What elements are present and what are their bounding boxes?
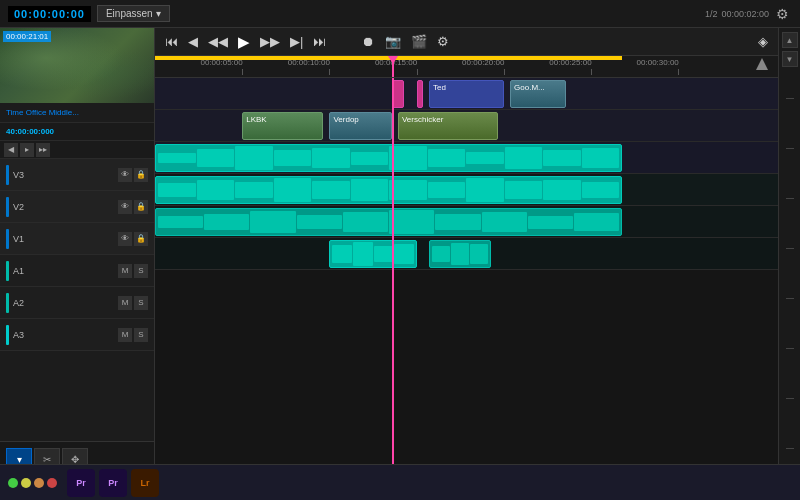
v-ruler bbox=[786, 70, 794, 477]
timeline-ruler: 00:00:05:00 00:00:10:00 00:00:15:00 00:0… bbox=[155, 56, 778, 78]
marker-btn[interactable]: ◈ bbox=[756, 34, 770, 49]
camera-btn[interactable]: 📷 bbox=[383, 34, 403, 49]
a1-waveform bbox=[156, 177, 621, 203]
a2-solo-btn[interactable]: S bbox=[134, 296, 148, 310]
record-btn[interactable]: ⏺ bbox=[360, 34, 377, 49]
track-header-v3: V3 👁 🔒 bbox=[0, 159, 154, 191]
right-panel: ▲ ▼ ≡ bbox=[778, 28, 800, 500]
preview-thumbnail: 00:00:21:01 bbox=[0, 28, 154, 103]
step-back-btn[interactable]: ◀ bbox=[186, 34, 200, 49]
track-controls-v1: 👁 🔒 bbox=[118, 232, 148, 246]
v1-waveform bbox=[156, 145, 621, 171]
dot-red[interactable] bbox=[47, 478, 57, 488]
media-btn[interactable]: 🎬 bbox=[409, 34, 429, 49]
fraction-display: 1/2 bbox=[705, 9, 718, 19]
clip-pink-2[interactable] bbox=[417, 80, 423, 108]
clip-a3-2[interactable] bbox=[429, 240, 491, 268]
v2-lock-btn[interactable]: 🔒 bbox=[134, 200, 148, 214]
clip-pink-1[interactable] bbox=[392, 80, 404, 108]
track-tool-2[interactable]: ▸ bbox=[20, 143, 34, 157]
ruler-mark-15s: 00:00:15:00 bbox=[417, 69, 418, 75]
dot-orange[interactable] bbox=[34, 478, 44, 488]
clip-verdop[interactable]: Verdop bbox=[329, 112, 391, 140]
top-controls: 1/2 00:00:02:00 ⚙ bbox=[705, 6, 792, 22]
wrench-icon[interactable]: ⚙ bbox=[773, 6, 792, 22]
a1-solo-btn[interactable]: S bbox=[134, 264, 148, 278]
r-btn-1[interactable]: ▲ bbox=[782, 32, 798, 48]
out-point-marker bbox=[756, 58, 768, 70]
preview-timecode: 00:00:21:01 bbox=[3, 31, 51, 42]
clip-a3-1[interactable] bbox=[329, 240, 416, 268]
taskbar: Pr Pr Lr bbox=[0, 464, 800, 500]
left-panel: 00:00:21:01 Time Office Middle... 40:00:… bbox=[0, 28, 155, 500]
ruler-mark-5s: 00:00:05:00 bbox=[242, 69, 243, 75]
ruler-mark-10s: 00:00:10:00 bbox=[329, 69, 330, 75]
track-color-a1 bbox=[6, 261, 9, 281]
clip-lkbk[interactable]: LKBK bbox=[242, 112, 323, 140]
go-to-start-btn[interactable]: ⏮ bbox=[163, 34, 180, 49]
track-row-a3[interactable] bbox=[155, 238, 778, 270]
taskbar-pr-2[interactable]: Pr bbox=[99, 469, 127, 497]
timecode-display: 00:00:00:00 bbox=[8, 6, 91, 22]
r-btn-2[interactable]: ▼ bbox=[782, 51, 798, 67]
v3-lock-btn[interactable]: 🔒 bbox=[134, 168, 148, 182]
track-row-v1[interactable] bbox=[155, 142, 778, 174]
track-row-a1[interactable] bbox=[155, 174, 778, 206]
screen: 00:00:00:00 Einpassen ▾ 1/2 00:00:02:00 … bbox=[0, 0, 800, 500]
dot-yellow[interactable] bbox=[21, 478, 31, 488]
sequence-label: Time Office Middle... bbox=[0, 103, 154, 123]
a3-mute-btn[interactable]: M bbox=[118, 328, 132, 342]
a3-waveform-1 bbox=[330, 241, 415, 267]
a3-solo-btn[interactable]: S bbox=[134, 328, 148, 342]
clip-a1-main[interactable] bbox=[155, 176, 622, 204]
playback-controls: ⏮ ◀ ◀◀ ▶ ▶▶ ▶| ⏭ ⏺ 📷 🎬 ⚙ ◈ bbox=[155, 28, 778, 56]
track-header-v1: V1 👁 🔒 bbox=[0, 223, 154, 255]
ruler-mark-25s: 00:00:25:00 bbox=[591, 69, 592, 75]
clip-v1-main[interactable] bbox=[155, 144, 622, 172]
track-tool-3[interactable]: ▸▸ bbox=[36, 143, 50, 157]
v3-eye-btn[interactable]: 👁 bbox=[118, 168, 132, 182]
a3-waveform-2 bbox=[430, 241, 490, 267]
right-controls: ◈ bbox=[756, 34, 770, 49]
a1-mute-btn[interactable]: M bbox=[118, 264, 132, 278]
track-controls-a1: M S bbox=[118, 264, 148, 278]
track-header-a3: A3 M S bbox=[0, 319, 154, 351]
track-color-a2 bbox=[6, 293, 9, 313]
clip-verschicker[interactable]: Verschicker bbox=[398, 112, 498, 140]
playhead-ruler[interactable] bbox=[392, 56, 394, 77]
v2-eye-btn[interactable]: 👁 bbox=[118, 200, 132, 214]
v1-eye-btn[interactable]: 👁 bbox=[118, 232, 132, 246]
track-controls-v2: 👁 🔒 bbox=[118, 200, 148, 214]
fit-mode-dropdown[interactable]: Einpassen ▾ bbox=[97, 5, 170, 22]
tracks-container: Ted Goo.M... LKBK Verdop bbox=[155, 78, 778, 488]
a2-mute-btn[interactable]: M bbox=[118, 296, 132, 310]
ruler-mark-30s: 00:00:30:00 bbox=[678, 69, 679, 75]
clip-ted[interactable]: Ted bbox=[429, 80, 504, 108]
dot-green[interactable] bbox=[8, 478, 18, 488]
clip-a2-main[interactable] bbox=[155, 208, 622, 236]
track-tool-1[interactable]: ◀ bbox=[4, 143, 18, 157]
ruler-mark-20s: 00:00:20:00 bbox=[504, 69, 505, 75]
track-tool-row: ◀ ▸ ▸▸ bbox=[0, 141, 154, 159]
track-header-v2: V2 👁 🔒 bbox=[0, 191, 154, 223]
settings-btn[interactable]: ⚙ bbox=[435, 34, 451, 49]
go-to-end-btn[interactable]: ⏭ bbox=[311, 34, 328, 49]
taskbar-lr[interactable]: Lr bbox=[131, 469, 159, 497]
total-timecode: 00:00:02:00 bbox=[721, 9, 769, 19]
play-btn[interactable]: ▶ bbox=[236, 33, 252, 51]
track-row-a2[interactable] bbox=[155, 206, 778, 238]
top-bar: 00:00:00:00 Einpassen ▾ 1/2 00:00:02:00 … bbox=[0, 0, 800, 28]
track-row-v3[interactable]: Ted Goo.M... bbox=[155, 78, 778, 110]
track-row-v2[interactable]: LKBK Verdop Verschicker bbox=[155, 110, 778, 142]
track-header-a1: A1 M S bbox=[0, 255, 154, 287]
v1-lock-btn[interactable]: 🔒 bbox=[134, 232, 148, 246]
clip-goom[interactable]: Goo.M... bbox=[510, 80, 566, 108]
jog-back-btn[interactable]: ◀◀ bbox=[206, 34, 230, 49]
main-layout: 00:00:21:01 Time Office Middle... 40:00:… bbox=[0, 28, 800, 500]
step-fwd-btn[interactable]: ▶| bbox=[288, 34, 305, 49]
jog-fwd-btn[interactable]: ▶▶ bbox=[258, 34, 282, 49]
timeline-area: ⏮ ◀ ◀◀ ▶ ▶▶ ▶| ⏭ ⏺ 📷 🎬 ⚙ ◈ bbox=[155, 28, 778, 500]
track-controls-a2: M S bbox=[118, 296, 148, 310]
taskbar-pr-1[interactable]: Pr bbox=[67, 469, 95, 497]
track-color-v1 bbox=[6, 229, 9, 249]
